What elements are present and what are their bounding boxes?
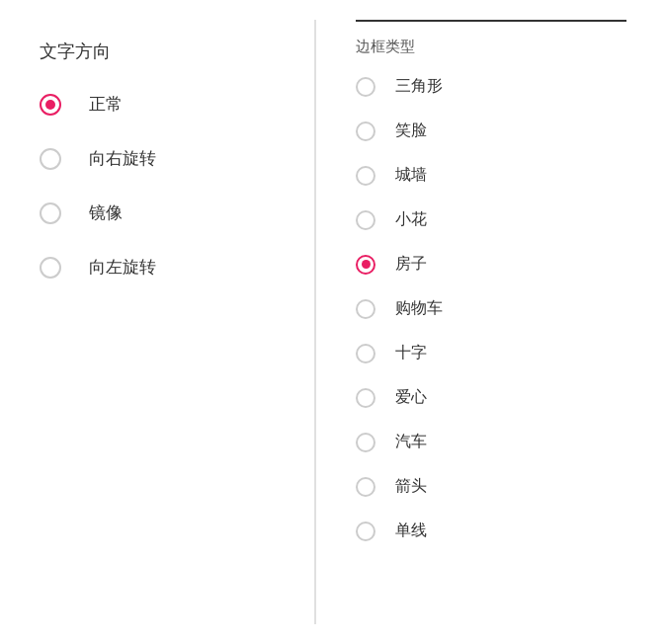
right-panel: 边框类型 三角形 笑脸 城墙 小花 房子 购物车 十字 (316, 20, 666, 624)
radio-label-flower: 小花 (395, 209, 427, 230)
radio-label-car: 汽车 (395, 432, 427, 452)
radio-label-rotate-right: 向右旋转 (89, 147, 156, 170)
radio-label-rotate-left: 向左旋转 (89, 256, 156, 279)
radio-circle-flower (356, 210, 375, 230)
radio-circle-arrow (356, 477, 375, 497)
radio-item-normal[interactable]: 正常 (40, 93, 275, 116)
radio-circle-mirror (40, 202, 61, 224)
radio-circle-smile (356, 121, 375, 141)
top-divider (356, 20, 626, 22)
radio-item-arrow[interactable]: 箭头 (356, 476, 626, 497)
radio-item-shopping-cart[interactable]: 购物车 (356, 298, 626, 319)
radio-label-cross: 十字 (395, 343, 427, 363)
radio-item-heart[interactable]: 爱心 (356, 387, 626, 408)
border-type-title: 边框类型 (356, 38, 626, 56)
radio-circle-heart (356, 388, 375, 408)
radio-item-single-line[interactable]: 单线 (356, 521, 626, 541)
radio-label-smile: 笑脸 (395, 121, 427, 141)
radio-item-cross[interactable]: 十字 (356, 343, 626, 363)
radio-circle-rotate-left (40, 257, 61, 279)
radio-circle-single-line (356, 522, 375, 541)
main-container: 文字方向 正常 向右旋转 镜像 向左旋转 边框类型 三角形 笑脸 (0, 0, 666, 644)
radio-label-city-wall: 城墙 (395, 165, 427, 186)
radio-item-smile[interactable]: 笑脸 (356, 121, 626, 141)
radio-circle-shopping-cart (356, 299, 375, 319)
radio-label-single-line: 单线 (395, 521, 427, 541)
text-direction-title: 文字方向 (40, 40, 275, 63)
radio-item-city-wall[interactable]: 城墙 (356, 165, 626, 186)
radio-item-rotate-left[interactable]: 向左旋转 (40, 256, 275, 279)
left-panel: 文字方向 正常 向右旋转 镜像 向左旋转 (0, 20, 316, 624)
radio-item-house[interactable]: 房子 (356, 254, 626, 275)
radio-item-flower[interactable]: 小花 (356, 209, 626, 230)
radio-circle-city-wall (356, 166, 375, 186)
radio-label-heart: 爱心 (395, 387, 427, 408)
radio-circle-car (356, 433, 375, 452)
radio-label-house: 房子 (395, 254, 427, 275)
radio-item-car[interactable]: 汽车 (356, 432, 626, 452)
radio-circle-cross (356, 344, 375, 363)
radio-circle-normal (40, 94, 61, 116)
radio-item-mirror[interactable]: 镜像 (40, 201, 275, 224)
radio-circle-house (356, 255, 375, 275)
radio-item-triangle[interactable]: 三角形 (356, 76, 626, 97)
radio-label-triangle: 三角形 (395, 76, 443, 97)
radio-label-normal: 正常 (89, 93, 123, 116)
radio-item-rotate-right[interactable]: 向右旋转 (40, 147, 275, 170)
radio-label-mirror: 镜像 (89, 201, 123, 224)
radio-label-arrow: 箭头 (395, 476, 427, 497)
radio-circle-rotate-right (40, 148, 61, 170)
radio-circle-triangle (356, 77, 375, 97)
radio-label-shopping-cart: 购物车 (395, 298, 443, 319)
